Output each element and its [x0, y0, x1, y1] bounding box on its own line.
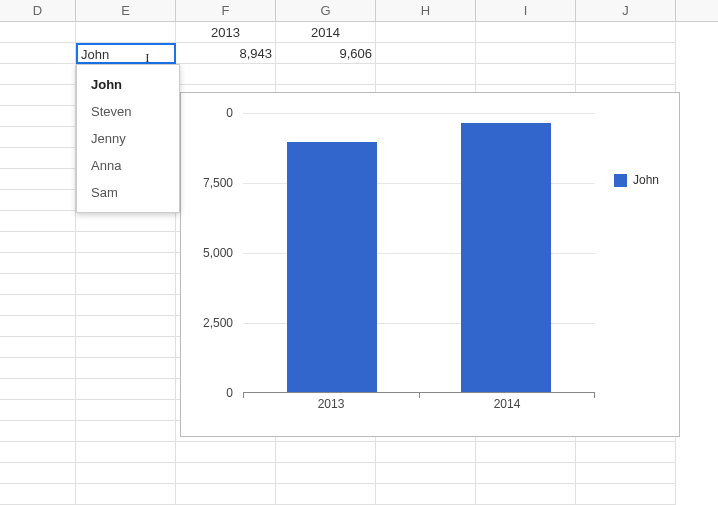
y-axis-tick-7500: 7,500 — [183, 176, 233, 190]
cell-J1[interactable] — [576, 22, 676, 43]
col-header-G[interactable]: G — [276, 0, 376, 21]
dropdown-item-steven[interactable]: Steven — [77, 98, 179, 125]
col-header-J[interactable]: J — [576, 0, 676, 21]
x-tick — [243, 392, 244, 398]
column-headers: D E F G H I J — [0, 0, 718, 22]
legend-label: John — [633, 173, 659, 187]
dropdown-item-anna[interactable]: Anna — [77, 152, 179, 179]
cell-G1[interactable]: 2014 — [276, 22, 376, 43]
cell-I2[interactable] — [476, 43, 576, 64]
bar-chart[interactable]: 0 7,500 5,000 2,500 0 2013 2014 John — [180, 92, 680, 437]
active-cell-value: John — [81, 47, 109, 62]
col-header-F[interactable]: F — [176, 0, 276, 21]
x-axis-label-2013: 2013 — [301, 397, 361, 411]
x-axis-label-2014: 2014 — [477, 397, 537, 411]
cell-I1[interactable] — [476, 22, 576, 43]
table-row: 2013 2014 — [0, 22, 718, 43]
table-row — [0, 484, 718, 505]
dropdown-item-john[interactable]: John — [77, 71, 179, 98]
col-header-D[interactable]: D — [0, 0, 76, 21]
grid-line — [243, 113, 595, 114]
dropdown-item-sam[interactable]: Sam — [77, 179, 179, 206]
legend-swatch-icon — [614, 174, 627, 187]
bar-2013 — [287, 142, 377, 392]
table-row — [0, 463, 718, 484]
chart-legend: John — [614, 173, 659, 187]
cell-H1[interactable] — [376, 22, 476, 43]
y-axis-tick-partial: 0 — [183, 106, 233, 120]
dropdown-item-jenny[interactable]: Jenny — [77, 125, 179, 152]
col-header-H[interactable]: H — [376, 0, 476, 21]
cell-D2[interactable] — [0, 43, 76, 64]
text-cursor-icon: I — [145, 48, 152, 63]
y-axis-tick-2500: 2,500 — [183, 316, 233, 330]
active-cell-editor[interactable]: JohnI — [76, 43, 176, 64]
bar-2014 — [461, 123, 551, 392]
col-header-I[interactable]: I — [476, 0, 576, 21]
y-axis-tick-5000: 5,000 — [183, 246, 233, 260]
cell-G2[interactable]: 9,606 — [276, 43, 376, 64]
data-validation-dropdown: John Steven Jenny Anna Sam — [76, 64, 180, 213]
table-row — [0, 442, 718, 463]
plot-area — [243, 113, 595, 393]
cell-D1[interactable] — [0, 22, 76, 43]
x-tick — [594, 392, 595, 398]
spreadsheet: D E F G H I J 2013 2014 8,943 9,606 — [0, 0, 718, 505]
y-axis-tick-0: 0 — [183, 386, 233, 400]
cell-F2[interactable]: 8,943 — [176, 43, 276, 64]
x-tick — [419, 392, 420, 398]
cell-E1[interactable] — [76, 22, 176, 43]
cell-H2[interactable] — [376, 43, 476, 64]
cell-J2[interactable] — [576, 43, 676, 64]
cell-F1[interactable]: 2013 — [176, 22, 276, 43]
col-header-E[interactable]: E — [76, 0, 176, 21]
